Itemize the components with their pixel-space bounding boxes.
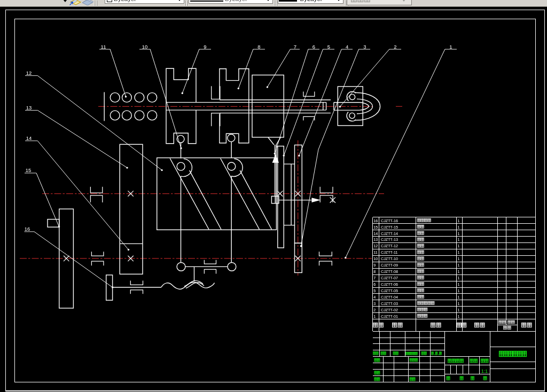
svg-text:4: 4 [373,295,376,300]
svg-text:16: 16 [373,218,378,223]
svg-text:15: 15 [26,167,32,173]
svg-text:1: 1 [458,308,460,312]
svg-text:CJZTT-02: CJZTT-02 [381,308,398,312]
svg-text:3: 3 [373,301,376,306]
svg-text:4: 4 [346,44,348,50]
svg-text:1: 1 [458,218,460,223]
svg-text:1: 1 [458,256,460,261]
svg-text:CJZTT-15: CJZTT-15 [381,225,398,230]
svg-text:1: 1 [373,314,376,319]
svg-text:CJZTT-12: CJZTT-12 [381,244,398,248]
svg-text:CJZTT-07: CJZTT-07 [381,276,398,280]
svg-text:3: 3 [363,44,366,50]
svg-text:1: 1 [458,295,460,300]
svg-text:1: 1 [458,288,460,293]
svg-text:1: 1 [458,237,460,242]
svg-text:15: 15 [373,225,378,230]
svg-text:CJZTT-11: CJZTT-11 [381,250,397,255]
svg-text:5: 5 [327,44,330,50]
svg-text:1: 1 [458,244,460,248]
svg-text:CJZTT-09: CJZTT-09 [381,263,398,268]
svg-text:1: 1 [458,282,460,287]
svg-text:7: 7 [294,44,296,50]
svg-text:CJZTT-14: CJZTT-14 [381,231,398,236]
svg-text:1: 1 [458,301,460,306]
svg-text:16: 16 [25,226,30,232]
svg-text:14: 14 [26,135,32,141]
svg-text:6: 6 [312,44,315,50]
svg-text:CJZTT-10: CJZTT-10 [381,256,398,261]
svg-text:CJZTT-01: CJZTT-01 [381,314,398,319]
svg-text:1: 1 [458,250,460,255]
svg-text:CJZTT-13: CJZTT-13 [381,237,398,242]
svg-text:8: 8 [257,44,260,50]
svg-text:14: 14 [373,231,378,236]
svg-text:9: 9 [204,44,206,50]
svg-text:8: 8 [373,269,376,274]
svg-text:1: 1 [458,225,460,230]
svg-text:1: 1 [449,44,452,50]
svg-text:CJZTT-05: CJZTT-05 [381,288,398,293]
svg-text:CJZTT-06: CJZTT-06 [381,282,398,287]
svg-text:12: 12 [373,244,378,248]
svg-text:CJZTT-16: CJZTT-16 [381,218,398,223]
svg-text:9: 9 [373,263,376,268]
svg-text:2: 2 [373,308,376,312]
svg-text:13: 13 [373,237,378,242]
svg-text:7: 7 [373,276,376,280]
svg-text:6: 6 [373,282,376,287]
svg-text:CJZTT-08: CJZTT-08 [381,269,398,274]
svg-text:1: 1 [458,231,460,236]
svg-text:1: 1 [458,269,460,274]
svg-text:1: 1 [458,263,460,268]
svg-text:10: 10 [142,44,148,50]
svg-text:13: 13 [26,105,32,111]
svg-text:5: 5 [373,288,376,293]
svg-text:1: 1 [458,276,460,280]
svg-text:CJZTT-03: CJZTT-03 [381,301,398,306]
svg-text:CJZTT-04: CJZTT-04 [381,295,398,300]
svg-text:2: 2 [394,44,396,50]
svg-text:12: 12 [26,70,32,76]
svg-text:1: 1 [458,314,460,319]
svg-text:10: 10 [373,256,378,261]
svg-text:11: 11 [373,250,377,255]
svg-text:11: 11 [101,44,106,50]
svg-text:1:1: 1:1 [481,369,488,374]
